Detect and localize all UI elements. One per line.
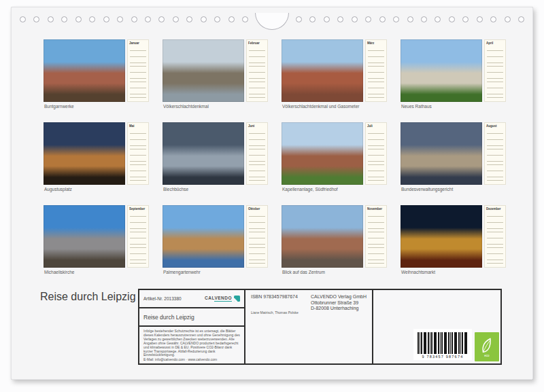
month-photo (163, 205, 244, 268)
month-tile: FebruarVölkerschlachtdenkmal (163, 39, 268, 112)
binding-hole (393, 16, 399, 22)
binding-hole (379, 16, 386, 22)
month-caption: Neues Rathaus (401, 104, 432, 109)
mini-calendar-strip: Mai (127, 122, 149, 185)
calvendo-logo-text-wrap: CALVENDO (205, 296, 232, 302)
barcode-bars (418, 332, 468, 354)
month-photo (163, 122, 244, 185)
binding-hole (145, 16, 151, 22)
binding-hole (201, 16, 207, 22)
binding-hole (173, 16, 179, 22)
mini-calendar-month: April (485, 40, 505, 45)
binding-hole (449, 16, 455, 22)
binding-hole (309, 16, 316, 22)
mini-calendar-month: Oktober (247, 206, 267, 211)
month-caption: Buntgarnwerke (44, 104, 74, 109)
mini-calendar-month: August (485, 123, 505, 128)
month-caption: Kapellenanlage, Südfriedhof (282, 187, 338, 192)
mini-calendar-strip: April (484, 39, 506, 102)
month-tile: SeptemberMichaeliskirche (44, 205, 149, 278)
mini-calendar-day-lines (368, 130, 384, 182)
binding-hole (61, 16, 67, 22)
calvendo-mark-icon (234, 296, 240, 302)
binding-hole (33, 16, 39, 22)
binding-hole (117, 16, 123, 22)
month-caption: Michaeliskirche (44, 270, 74, 274)
mini-calendar-strip: November (365, 205, 387, 268)
article-number: Artikel-Nr. 2013380 (143, 296, 182, 301)
mini-calendar-day-lines (249, 213, 265, 265)
binding-hole (48, 16, 54, 22)
info-middle-section: ISBN 9783457987674 Liane Matrisch, Thoma… (245, 290, 373, 363)
mini-calendar-month: Dezember (485, 206, 505, 211)
binding-hole (103, 16, 109, 22)
mini-calendar-strip: Februar (246, 39, 268, 102)
month-thumbnail-grid: JanuarBuntgarnwerkeFebruarVölkerschlacht… (44, 39, 506, 278)
binding-hole (75, 16, 82, 22)
mini-calendar-day-lines (130, 213, 146, 265)
month-photo (401, 122, 482, 185)
publisher-info-box: Artikel-Nr. 2013380 CALVENDO Reise durch… (138, 289, 502, 365)
mini-calendar-day-lines (368, 48, 384, 99)
binding-hole (407, 16, 413, 22)
calvendo-tagline-bar (214, 301, 232, 302)
month-caption: Blechbüchse (163, 187, 188, 192)
binding-hole (158, 16, 165, 22)
mini-calendar-day-lines (130, 48, 146, 99)
publisher-address: CALVENDO Verlag GmbH Ottobrunner Straße … (311, 294, 367, 312)
month-tile: AprilNeues Rathaus (401, 39, 506, 112)
binding-hole (242, 16, 248, 22)
mini-calendar-strip: März (365, 39, 387, 102)
page-title: Reise durch Leipzig (40, 291, 136, 303)
month-photo (163, 39, 244, 102)
mini-calendar-day-lines (487, 48, 503, 99)
month-tile: JuniBlechbüchse (163, 122, 268, 195)
binding-hole (186, 16, 192, 22)
publisher-name: CALVENDO Verlag GmbH (311, 294, 367, 300)
binding-hole (505, 16, 511, 22)
binding-hole (421, 16, 427, 22)
eco-badge: eco (475, 332, 499, 361)
series-title: Reise durch Leipzig (139, 308, 244, 327)
month-tile: NovemberBlick auf das Zentrum (282, 205, 387, 278)
binding-hole (214, 16, 220, 22)
month-tile: OktoberPalmengartenwehr (163, 205, 268, 278)
eco-badge-label: eco (484, 354, 489, 357)
binding-hole (435, 16, 441, 22)
month-photo (44, 205, 125, 268)
binding-hole (131, 16, 137, 22)
month-photo (401, 39, 482, 102)
month-photo (44, 122, 125, 185)
binding-holes-right (296, 16, 524, 22)
month-tile: MärzVölkerschlachtdenkmal und Gasometer (282, 39, 387, 112)
mini-calendar-day-lines (249, 48, 265, 99)
month-tile: JuliKapellenanlage, Südfriedhof (282, 122, 387, 195)
mini-calendar-month: Juni (247, 123, 267, 128)
leaf-icon (479, 337, 494, 355)
barcode-digits: 9 783457 987674 (422, 355, 464, 359)
month-caption: Bundesverwaltungsgericht (401, 187, 453, 192)
binding-hole (324, 16, 330, 22)
month-tile: MaiAugustusplatz (44, 122, 149, 195)
month-caption: Völkerschlachtdenkmal (163, 104, 209, 109)
article-row: Artikel-Nr. 2013380 CALVENDO (139, 290, 244, 308)
month-photo (44, 39, 125, 102)
mini-calendar-month: Juli (366, 123, 386, 128)
spiral-binding (20, 13, 524, 30)
mini-calendar-day-lines (130, 130, 146, 182)
binding-hole (365, 16, 371, 22)
month-photo (401, 205, 482, 268)
month-caption: Augustusplatz (44, 187, 72, 192)
mini-calendar-strip: Dezember (484, 205, 506, 268)
publisher-city: D-82008 Unterhaching (311, 306, 367, 312)
contact-line: E-Mail: info@calvendo.com · www.calvendo… (143, 358, 240, 362)
month-photo (282, 39, 363, 102)
mini-calendar-month: September (128, 206, 148, 211)
mini-calendar-strip: Januar (127, 39, 149, 102)
mini-calendar-month: Februar (247, 40, 267, 45)
mini-calendar-strip: Oktober (246, 205, 268, 268)
binding-hole (89, 16, 95, 22)
publisher-street: Ottobrunner Straße 39 (311, 300, 367, 306)
mini-calendar-month: November (366, 206, 386, 211)
mini-calendar-day-lines (368, 213, 384, 265)
